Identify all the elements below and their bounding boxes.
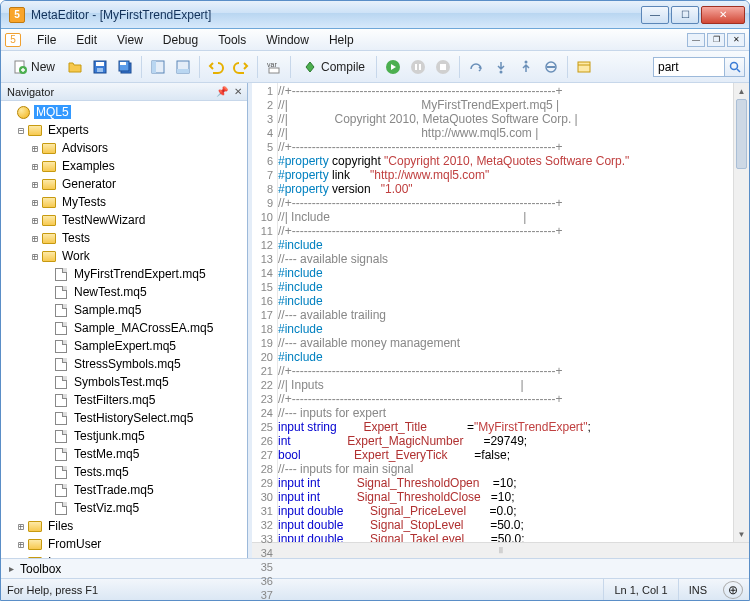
tree-file[interactable]: TestTrade.mq5 (1, 481, 247, 499)
tree-file[interactable]: Tests.mq5 (1, 463, 247, 481)
mdi-minimize[interactable]: ― (687, 33, 705, 47)
app-icon: 5 (9, 7, 25, 23)
tree-file[interactable]: TestFilters.mq5 (1, 391, 247, 409)
stepout-button[interactable] (514, 55, 538, 79)
breakpoint-button[interactable] (539, 55, 563, 79)
tree-file[interactable]: TestMe.mq5 (1, 445, 247, 463)
file-icon (55, 484, 67, 497)
svg-rect-19 (440, 64, 446, 70)
horizontal-scrollbar[interactable]: ⫴ (252, 542, 749, 558)
close-pane-icon[interactable]: ✕ (231, 84, 245, 98)
play-button[interactable] (381, 55, 405, 79)
scroll-thumb[interactable] (736, 99, 747, 169)
maximize-button[interactable]: ☐ (671, 6, 699, 24)
vertical-scrollbar[interactable]: ▲ ▼ (733, 83, 749, 542)
pause-button[interactable] (406, 55, 430, 79)
menu-file[interactable]: File (27, 31, 66, 49)
titlebar[interactable]: 5 MetaEditor - [MyFirstTrendExpert] ― ☐ … (1, 1, 749, 29)
file-icon (55, 268, 67, 281)
floppy-all-icon (117, 59, 133, 75)
code-area[interactable]: //+-------------------------------------… (278, 83, 733, 542)
menu-edit[interactable]: Edit (66, 31, 107, 49)
tree-file[interactable]: MyFirstTrendExpert.mq5 (1, 265, 247, 283)
stepover-button[interactable] (464, 55, 488, 79)
pin-icon[interactable]: 📌 (215, 84, 229, 98)
file-icon (55, 376, 67, 389)
layout1-button[interactable] (146, 55, 170, 79)
stepin-button[interactable] (489, 55, 513, 79)
breakpoint-icon (543, 59, 559, 75)
file-icon (55, 412, 67, 425)
search-go[interactable] (725, 57, 745, 77)
file-icon (55, 430, 67, 443)
statusbar: For Help, press F1 Ln 1, Col 1 INS ⊕ (1, 578, 749, 600)
tree-fromuser[interactable]: ⊞FromUser (1, 535, 247, 553)
floppy-icon (92, 59, 108, 75)
svg-rect-23 (547, 66, 555, 68)
file-icon (55, 304, 67, 317)
zoom-icon[interactable]: ⊕ (723, 581, 743, 599)
tree-file[interactable]: NewTest.mq5 (1, 283, 247, 301)
tree-testnewwizard[interactable]: ⊞TestNewWizard (1, 211, 247, 229)
save-button[interactable] (88, 55, 112, 79)
tree-tests[interactable]: ⊞Tests (1, 229, 247, 247)
var-icon: var (266, 60, 282, 74)
tree-root[interactable]: MQL5 (1, 103, 247, 121)
redo-button[interactable] (229, 55, 253, 79)
menu-window[interactable]: Window (256, 31, 319, 49)
tree-file[interactable]: Testjunk.mq5 (1, 427, 247, 445)
tree-file[interactable]: TestViz.mq5 (1, 499, 247, 517)
step-in-icon (493, 59, 509, 75)
search-icon (729, 61, 741, 73)
tree-examples[interactable]: ⊞Examples (1, 157, 247, 175)
open-button[interactable] (63, 55, 87, 79)
tree-file[interactable]: SymbolsTest.mq5 (1, 373, 247, 391)
step-out-icon (518, 59, 534, 75)
file-icon (55, 448, 67, 461)
scroll-up-icon[interactable]: ▲ (734, 83, 749, 99)
mdi-restore[interactable]: ❐ (707, 33, 725, 47)
svg-rect-24 (578, 62, 590, 72)
tree-file[interactable]: StressSymbols.mq5 (1, 355, 247, 373)
mdi-close[interactable]: ✕ (727, 33, 745, 47)
svg-rect-16 (415, 64, 417, 70)
tree-advisors[interactable]: ⊞Advisors (1, 139, 247, 157)
tree-file[interactable]: TestHistorySelect.mq5 (1, 409, 247, 427)
stop-button[interactable] (431, 55, 455, 79)
menu-tools[interactable]: Tools (208, 31, 256, 49)
close-button[interactable]: ✕ (701, 6, 745, 24)
terminal-button[interactable] (572, 55, 596, 79)
tree-work[interactable]: ⊞Work (1, 247, 247, 265)
svg-point-20 (500, 70, 503, 73)
toolbox-tab[interactable]: ▸Toolbox (1, 558, 749, 578)
menu-debug[interactable]: Debug (153, 31, 208, 49)
tree-file[interactable]: Sample.mq5 (1, 301, 247, 319)
navigator-tree[interactable]: MQL5 ⊟Experts ⊞Advisors ⊞Examples ⊞Gener… (1, 101, 247, 558)
menu-view[interactable]: View (107, 31, 153, 49)
menubar: 5 File Edit View Debug Tools Window Help… (1, 29, 749, 51)
tree-experts[interactable]: ⊟Experts (1, 121, 247, 139)
redo-icon (233, 59, 249, 75)
saveall-button[interactable] (113, 55, 137, 79)
new-button[interactable]: New (5, 55, 62, 79)
terminal-icon (576, 59, 592, 75)
compile-button[interactable]: Compile (295, 55, 372, 79)
tree-file[interactable]: SampleExpert.mq5 (1, 337, 247, 355)
undo-button[interactable] (204, 55, 228, 79)
var-button[interactable]: var (262, 55, 286, 79)
tree-files[interactable]: ⊞Files (1, 517, 247, 535)
search-input[interactable] (653, 57, 725, 77)
navigator-pane: Navigator 📌 ✕ MQL5 ⊟Experts ⊞Advisors ⊞E… (1, 83, 248, 558)
folder-open-icon (67, 59, 83, 75)
tree-mytests[interactable]: ⊞MyTests (1, 193, 247, 211)
svg-rect-9 (152, 61, 156, 73)
tree-generator[interactable]: ⊞Generator (1, 175, 247, 193)
minimize-button[interactable]: ― (641, 6, 669, 24)
play-icon (385, 59, 401, 75)
menu-help[interactable]: Help (319, 31, 364, 49)
folder-icon (28, 125, 42, 136)
layout2-button[interactable] (171, 55, 195, 79)
tree-file[interactable]: Sample_MACrossEA.mq5 (1, 319, 247, 337)
panel-icon (150, 59, 166, 75)
scroll-down-icon[interactable]: ▼ (734, 526, 749, 542)
